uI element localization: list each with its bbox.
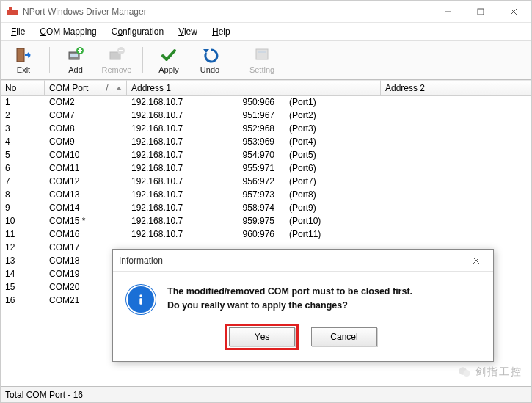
toolbar-remove: Remove bbox=[97, 43, 136, 78]
statusbar: Total COM Port - 16 bbox=[1, 386, 531, 402]
cell-com-port: COM12 bbox=[45, 175, 127, 189]
info-icon bbox=[126, 285, 156, 314]
cell-com-port: COM7 bbox=[45, 109, 127, 123]
cell-no: 14 bbox=[1, 268, 45, 281]
table-row[interactable]: 4COM9192.168.10.7953:969(Port4) bbox=[1, 136, 531, 149]
window-buttons bbox=[431, 1, 530, 22]
add-icon bbox=[67, 46, 84, 64]
cell-port-name: (Port1) bbox=[285, 96, 373, 109]
toolbar-undo[interactable]: Undo bbox=[190, 43, 230, 78]
cell-port-name: (Port6) bbox=[285, 162, 373, 175]
cell-ports: 955:971 bbox=[215, 162, 285, 175]
svg-rect-3 bbox=[478, 9, 484, 15]
svg-rect-8 bbox=[70, 54, 78, 57]
titlebar: NPort Windows Driver Manager bbox=[1, 1, 531, 23]
cell-port-name: (Port5) bbox=[285, 149, 373, 162]
menu-com-mapping[interactable]: COM Mapping bbox=[34, 25, 102, 38]
toolbar-exit-label: Exit bbox=[17, 65, 30, 74]
col-address-2[interactable]: Address 2 bbox=[381, 80, 531, 95]
menu-configuration[interactable]: Configuration bbox=[106, 25, 170, 38]
svg-point-19 bbox=[464, 370, 470, 377]
cell-no: 15 bbox=[1, 281, 45, 294]
table-row[interactable]: 11COM16192.168.10.7960:976(Port11) bbox=[1, 228, 531, 242]
cell-com-port: COM2 bbox=[45, 96, 127, 109]
cell-no: 3 bbox=[1, 123, 45, 136]
cell-no: 6 bbox=[1, 162, 45, 175]
cell-ports: 957:973 bbox=[215, 189, 285, 202]
toolbar-setting-label: Setting bbox=[249, 65, 274, 74]
cell-ports: 954:970 bbox=[215, 149, 285, 162]
cell-com-port: COM13 bbox=[45, 189, 127, 202]
status-text: Total COM Port - 16 bbox=[5, 390, 83, 400]
window-title: NPort Windows Driver Manager bbox=[23, 7, 431, 17]
cell-com-port: COM8 bbox=[45, 123, 127, 136]
toolbar-setting: Setting bbox=[242, 43, 282, 78]
toolbar-remove-label: Remove bbox=[102, 65, 132, 74]
dialog-titlebar[interactable]: Information bbox=[113, 250, 493, 272]
cell-port-name: (Port7) bbox=[285, 175, 373, 189]
cell-ports: 950:966 bbox=[215, 96, 285, 109]
cell-ports: 953:969 bbox=[215, 136, 285, 149]
undo-icon bbox=[201, 46, 219, 64]
dialog-message: The modified/removed COM port must to be… bbox=[167, 285, 412, 314]
maximize-button[interactable] bbox=[464, 1, 497, 22]
app-icon bbox=[7, 6, 18, 18]
cell-no: 5 bbox=[1, 149, 45, 162]
svg-rect-6 bbox=[17, 48, 24, 62]
minimize-button[interactable] bbox=[431, 1, 464, 22]
cell-ip: 192.168.10.7 bbox=[127, 189, 215, 202]
remove-icon bbox=[108, 46, 125, 64]
toolbar-undo-label: Undo bbox=[200, 65, 219, 74]
cell-com-port: COM10 bbox=[45, 149, 127, 162]
wechat-icon bbox=[458, 366, 471, 379]
svg-point-16 bbox=[139, 294, 142, 297]
table-row[interactable]: 1COM2192.168.10.7950:966(Port1) bbox=[1, 96, 531, 109]
svg-rect-0 bbox=[7, 10, 18, 15]
cell-com-port: COM11 bbox=[45, 162, 127, 175]
table-row[interactable]: 6COM11192.168.10.7955:971(Port6) bbox=[1, 162, 531, 175]
dialog-yes-button[interactable]: Yes bbox=[229, 327, 295, 346]
cell-com-port: COM16 bbox=[45, 228, 127, 242]
toolbar-add[interactable]: Add bbox=[56, 43, 95, 78]
setting-icon bbox=[253, 46, 271, 64]
menu-help[interactable]: Help bbox=[206, 25, 236, 38]
dialog-close-button[interactable] bbox=[465, 250, 487, 271]
col-address-1[interactable]: Address 1 bbox=[127, 80, 381, 95]
toolbar-separator bbox=[49, 47, 50, 73]
cell-ip: 192.168.10.7 bbox=[127, 162, 215, 175]
menu-file[interactable]: File bbox=[5, 25, 31, 38]
table-row[interactable]: 8COM13192.168.10.7957:973(Port8) bbox=[1, 189, 531, 202]
cell-no: 13 bbox=[1, 255, 45, 268]
cell-ip: 192.168.10.7 bbox=[127, 215, 215, 228]
dialog-cancel-button[interactable]: Cancel bbox=[311, 327, 377, 346]
table-row[interactable]: 5COM10192.168.10.7954:970(Port5) bbox=[1, 149, 531, 162]
cell-com-port: COM15 * bbox=[45, 215, 127, 228]
table-row[interactable]: 10COM15 *192.168.10.7959:975(Port10) bbox=[1, 215, 531, 228]
svg-rect-1 bbox=[9, 7, 12, 10]
cell-ip: 192.168.10.7 bbox=[127, 96, 215, 109]
cell-ports: 956:972 bbox=[215, 175, 285, 189]
cell-ports: 952:968 bbox=[215, 123, 285, 136]
cell-ip: 192.168.10.7 bbox=[127, 109, 215, 123]
table-row[interactable]: 3COM8192.168.10.7952:968(Port3) bbox=[1, 123, 531, 136]
cell-ip: 192.168.10.7 bbox=[127, 175, 215, 189]
cell-ip: 192.168.10.7 bbox=[127, 149, 215, 162]
toolbar: Exit Add Remove Apply Undo Setting bbox=[1, 40, 531, 80]
menu-view[interactable]: View bbox=[172, 25, 203, 38]
col-no[interactable]: No bbox=[1, 80, 45, 95]
cell-no: 9 bbox=[1, 202, 45, 215]
table-row[interactable]: 2COM7192.168.10.7951:967(Port2) bbox=[1, 109, 531, 123]
table-row[interactable]: 7COM12192.168.10.7956:972(Port7) bbox=[1, 175, 531, 189]
cell-port-name: (Port3) bbox=[285, 123, 373, 136]
close-button[interactable] bbox=[497, 1, 530, 22]
col-com-port[interactable]: COM Port/ bbox=[45, 80, 127, 95]
cell-port-name: (Port4) bbox=[285, 136, 373, 149]
cell-no: 10 bbox=[1, 215, 45, 228]
toolbar-apply[interactable]: Apply bbox=[149, 43, 189, 78]
watermark: 剑指工控 bbox=[458, 366, 522, 379]
toolbar-apply-label: Apply bbox=[158, 65, 179, 74]
cell-ip: 192.168.10.7 bbox=[127, 136, 215, 149]
toolbar-exit[interactable]: Exit bbox=[4, 43, 43, 78]
table-row[interactable]: 9COM14192.168.10.7958:974(Port9) bbox=[1, 202, 531, 215]
exit-icon bbox=[15, 46, 32, 64]
